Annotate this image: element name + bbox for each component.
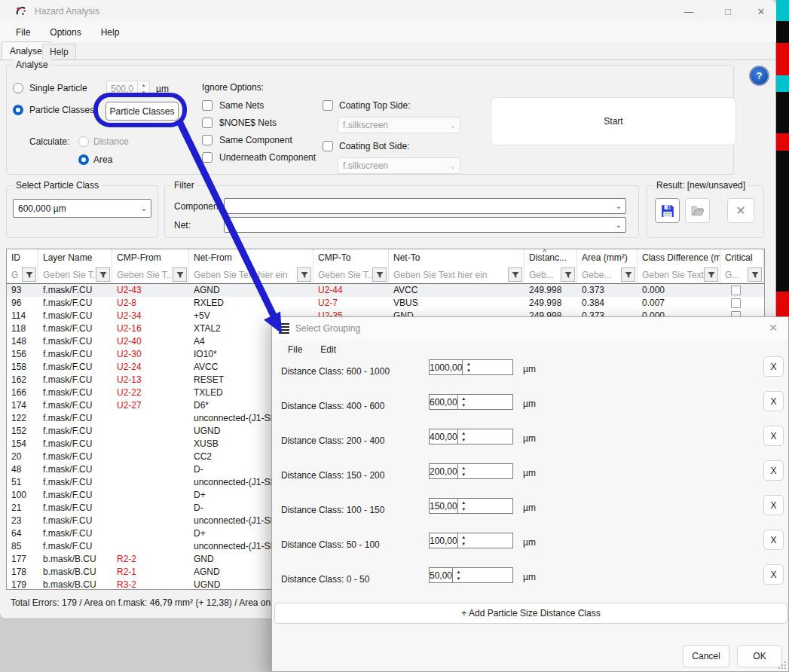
filter-funnel-icon[interactable] [704, 267, 718, 282]
critical-checkbox[interactable] [731, 286, 741, 295]
filter-funnel-icon[interactable] [508, 267, 522, 282]
filter-funnel-icon[interactable] [748, 267, 762, 282]
spinner-arrows-icon[interactable]: ▲▼ [457, 464, 469, 478]
calculate-distance-radio[interactable] [78, 136, 89, 147]
column-header[interactable]: ID [7, 249, 38, 266]
tab-help[interactable]: Help [42, 44, 76, 60]
single-particle-size-spinner[interactable]: 500,0 ▲▼ [106, 81, 150, 97]
ok-button[interactable]: OK [737, 645, 782, 667]
table-cell: f.mask/F.CU [38, 438, 112, 451]
remove-distance-class-button[interactable]: X [763, 530, 784, 550]
column-header[interactable]: Class Difference (mm²) [638, 249, 720, 266]
filter-placeholder[interactable]: Geben Sie Text hier ein [194, 270, 297, 280]
dialog-title-bar[interactable]: Select Grouping ✕ [272, 317, 788, 340]
filter-placeholder[interactable]: G [11, 270, 22, 280]
critical-checkbox[interactable] [731, 298, 741, 308]
single-particle-radio[interactable] [13, 83, 23, 93]
open-result-button[interactable] [685, 198, 710, 223]
distance-class-value-spinner[interactable]: 600,00▲▼ [429, 394, 513, 410]
column-header[interactable]: CMP-From [112, 249, 189, 266]
column-header[interactable]: Area (mm²) [577, 249, 638, 266]
column-header[interactable]: Distanc...˄ [524, 249, 577, 266]
dialog-menu-item-file[interactable]: File [280, 342, 310, 357]
coating-top-combo[interactable]: f.silkscreen ⌄ [338, 117, 460, 133]
table-cell: U2-27 [112, 399, 189, 412]
remove-distance-class-button[interactable]: X [763, 356, 784, 377]
coating-top-checkbox[interactable] [323, 100, 333, 111]
particle-class-combo[interactable]: 600,000 µm ⌄ [13, 199, 151, 218]
filter-placeholder[interactable]: Gebe... [582, 270, 621, 280]
particle-classes-radio[interactable] [13, 105, 23, 115]
coating-bot-combo[interactable]: f.silkscreen ⌄ [338, 157, 460, 174]
spinner-arrows-icon[interactable]: ▲▼ [457, 429, 469, 444]
clear-result-button[interactable]: ✕ [727, 198, 754, 223]
spinner-arrows-icon[interactable]: ▲▼ [457, 395, 469, 409]
remove-distance-class-button[interactable]: X [763, 460, 784, 481]
maximize-button[interactable]: □ [711, 0, 745, 23]
spinner-arrows-icon[interactable]: ▲▼ [462, 360, 474, 374]
ignore-option-checkbox[interactable] [202, 118, 213, 128]
menu-item-file[interactable]: File [8, 25, 38, 40]
resize-grip[interactable] [778, 661, 786, 669]
filter-placeholder[interactable]: Geben Sie T... [117, 270, 173, 280]
filter-funnel-icon[interactable] [297, 267, 311, 282]
menu-item-options[interactable]: Options [41, 25, 89, 40]
particle-classes-button[interactable]: Particle Classes [106, 102, 179, 121]
distance-class-value-spinner[interactable]: 1000,00▲▼ [429, 359, 513, 375]
ignore-option-checkbox[interactable] [202, 135, 213, 145]
spinner-arrows-icon[interactable]: ▲▼ [457, 499, 469, 513]
filter-placeholder[interactable]: Geben Sie T... [318, 270, 372, 280]
column-header[interactable]: Net-From [189, 249, 313, 266]
filter-funnel-icon[interactable] [173, 267, 187, 282]
cancel-button[interactable]: Cancel [683, 645, 729, 667]
remove-distance-class-button[interactable]: X [763, 564, 784, 585]
column-header[interactable]: Layer Name [38, 249, 112, 266]
column-header[interactable]: CMP-To [313, 249, 389, 266]
column-header[interactable]: Critical [720, 249, 764, 266]
minimize-button[interactable]: — [672, 0, 705, 23]
start-button[interactable]: Start [491, 97, 736, 145]
title-bar[interactable]: Hazard Analysis — □ ✕ [0, 0, 776, 23]
distance-class-value-spinner[interactable]: 400,00▲▼ [429, 429, 513, 444]
filter-placeholder[interactable]: G... [725, 270, 748, 280]
distance-class-value-spinner[interactable]: 200,00▲▼ [429, 463, 513, 479]
filter-placeholder[interactable]: Geb... [529, 270, 561, 280]
net-filter-combo[interactable]: ⌄ [224, 217, 626, 233]
filter-placeholder[interactable]: Geben Sie Text hier ein [393, 270, 508, 280]
help-icon[interactable]: ? [749, 66, 769, 86]
close-button[interactable]: ✕ [745, 0, 778, 23]
dialog-menu-item-edit[interactable]: Edit [312, 342, 344, 357]
add-distance-class-button[interactable]: + Add Particle Size Distance Class [274, 603, 787, 624]
component-filter-combo[interactable]: ⌄ [224, 198, 626, 214]
filter-placeholder[interactable]: Geben Sie Text hi... [642, 270, 704, 280]
remove-distance-class-button[interactable]: X [763, 391, 784, 411]
filter-placeholder[interactable]: Geben Sie T... [43, 270, 96, 280]
filter-funnel-icon[interactable] [621, 267, 635, 282]
spinner-arrows-icon[interactable]: ▲▼ [457, 533, 469, 548]
filter-funnel-icon[interactable] [372, 267, 387, 282]
calculate-area-radio[interactable] [78, 154, 89, 165]
coating-bot-checkbox[interactable] [323, 141, 333, 151]
table-cell: VBUS [389, 297, 524, 310]
save-result-button[interactable] [655, 198, 680, 223]
ignore-option-checkbox[interactable] [202, 152, 213, 163]
table-row[interactable]: 96f.mask/F.CUU2-8RXLEDU2-7VBUS249.9980.3… [7, 297, 764, 310]
spinner-arrows-icon[interactable]: ▲▼ [137, 81, 149, 96]
filter-funnel-icon[interactable] [561, 267, 575, 282]
dialog-close-icon[interactable]: ✕ [769, 322, 778, 334]
remove-distance-class-button[interactable]: X [763, 495, 784, 515]
filter-funnel-icon[interactable] [22, 267, 36, 282]
filter-funnel-icon[interactable] [96, 267, 110, 282]
distance-class-value-spinner[interactable]: 150,00▲▼ [429, 498, 513, 514]
ignore-option-checkbox[interactable] [202, 100, 213, 111]
distance-class-value-spinner[interactable]: 100,00▲▼ [429, 533, 513, 548]
menu-item-help[interactable]: Help [93, 25, 128, 40]
column-header[interactable]: Net-To [389, 249, 524, 266]
table-row[interactable]: 93f.mask/F.CUU2-43AGNDU2-44AVCC249.9980.… [7, 284, 764, 297]
spinner-arrows-icon[interactable]: ▲▼ [452, 568, 464, 582]
remove-distance-class-button[interactable]: X [763, 426, 784, 446]
table-cell: f.mask/F.CU [38, 412, 112, 425]
table-cell [112, 527, 189, 540]
distance-class-value-spinner[interactable]: 50,00▲▼ [429, 567, 513, 583]
distance-class-label: Distance Class: 50 - 100 [281, 539, 380, 550]
